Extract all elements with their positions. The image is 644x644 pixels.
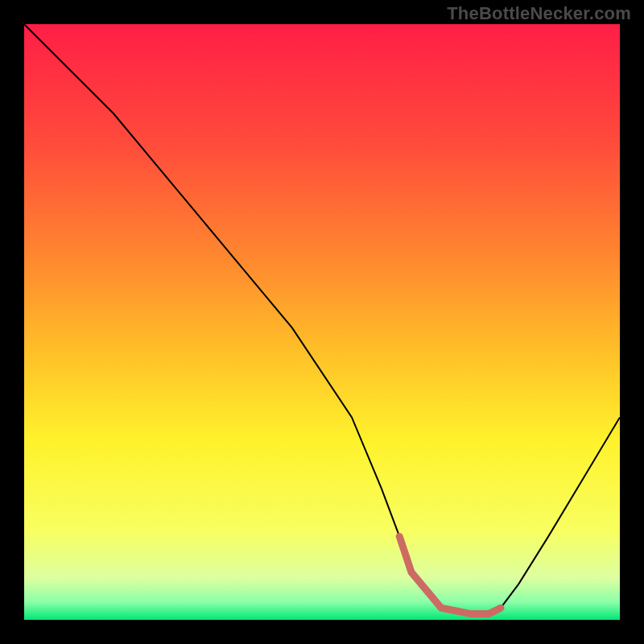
watermark-text: TheBottleNecker.com: [447, 3, 631, 24]
chart-container: TheBottleNecker.com: [0, 0, 644, 644]
plot-area: [24, 24, 620, 620]
chart-svg: [24, 24, 620, 620]
